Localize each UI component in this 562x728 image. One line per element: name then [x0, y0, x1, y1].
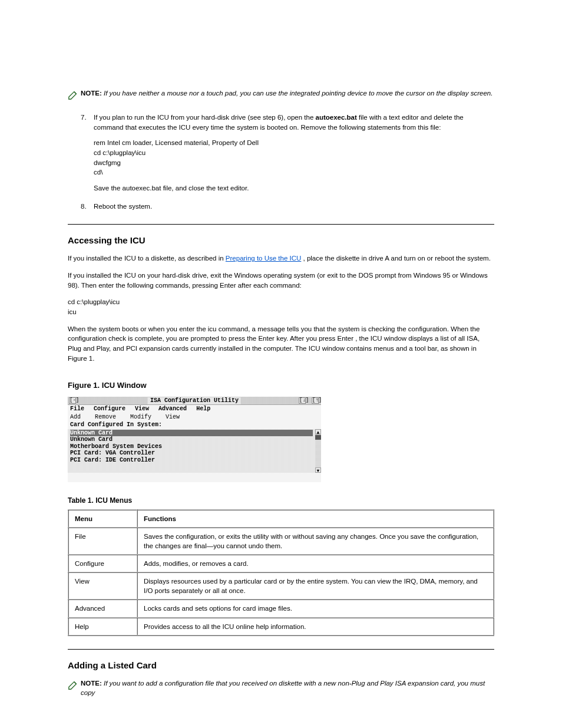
window-arrow-down-icon[interactable]: [↓] — [299, 397, 306, 404]
code-line: cd c:\plugplay\icu — [94, 148, 494, 158]
menu-file[interactable]: File — [70, 406, 84, 412]
td-menu: Advanced — [68, 599, 137, 617]
table-header-row: Menu Functions — [68, 510, 494, 528]
list-item[interactable]: PCI Card: VGA Controller — [70, 450, 321, 457]
heading-adding: Adding a Listed Card — [68, 660, 494, 670]
accessing-p1: If you installed the ICU to a diskette, … — [68, 253, 494, 263]
td-menu: View — [68, 572, 137, 599]
td-func: Adds, modifies, or removes a card. — [137, 555, 494, 572]
figure-caption: Figure 1. ICU Window — [68, 381, 494, 390]
tui-listbox[interactable]: Unknown Card Unknown Card Motherboard Sy… — [68, 429, 321, 473]
list-item[interactable]: Unknown Card — [70, 436, 321, 443]
list-item[interactable]: PCI Card: IDE Controller — [70, 457, 321, 464]
step-number: 8. — [81, 202, 94, 212]
note-body: If you have neither a mouse nor a touch … — [104, 90, 492, 97]
code-line: cd\ — [94, 167, 494, 177]
p3-cmd: icu — [208, 325, 217, 332]
accessing-cmds: cd c:\plugplay\icu icu — [68, 297, 494, 317]
code-line: dwcfgmg — [94, 158, 494, 168]
note-label: NOTE: — [81, 680, 102, 687]
step-7: 7. If you plan to run the ICU from your … — [81, 113, 494, 193]
divider — [68, 224, 494, 225]
step7-after: Save the autoexec.bat file, and close th… — [94, 183, 494, 193]
list-item[interactable]: Motherboard System Devices — [70, 443, 321, 450]
p3-pre: When the system boots or when you enter … — [68, 325, 208, 332]
link-preparing-icu[interactable]: Preparing to Use the ICU — [226, 255, 301, 262]
table-row: Help Provides access to all the ICU onli… — [68, 618, 494, 635]
cmd-line: cd c:\plugplay\icu — [68, 298, 120, 305]
cmd-line: icu — [68, 308, 77, 315]
note-text: NOTE: If you have neither a mouse nor a … — [81, 88, 492, 98]
scroll-up-icon[interactable]: ▲ — [315, 429, 321, 434]
tui-statusbar — [68, 473, 321, 482]
step-body: If you plan to run the ICU from your har… — [94, 113, 494, 193]
divider — [68, 649, 494, 650]
table-row: Advanced Locks cards and sets options fo… — [68, 599, 494, 617]
tui-titlebar: [-] ISA Configuration Utility [↓] [↑] — [68, 397, 321, 405]
step7-tail: Remove the following statements from thi… — [301, 124, 441, 131]
th-menu: Menu — [68, 510, 137, 528]
td-menu: Help — [68, 618, 137, 635]
tui-scrollbar[interactable]: ▲ ▼ — [315, 429, 321, 473]
step-number: 7. — [81, 113, 94, 193]
tool-add[interactable]: Add — [70, 414, 81, 420]
note-block-adding: NOTE: If you want to add a configuration… — [68, 678, 494, 697]
heading-accessing: Accessing the ICU — [68, 235, 494, 245]
p1-post: , place the diskette in drive A and turn… — [303, 255, 491, 262]
td-menu: Configure — [68, 555, 137, 572]
td-func: Saves the configuration, or exits the ut… — [137, 528, 494, 555]
step7-file: autoexec.bat — [316, 114, 357, 121]
step-8: 8. Reboot the system. — [81, 202, 494, 212]
window-title: ISA Configuration Utility — [148, 397, 241, 404]
tui-menubar: File Configure View Advanced Help — [68, 405, 321, 413]
note-label: NOTE: — [81, 90, 102, 97]
menu-advanced[interactable]: Advanced — [158, 406, 187, 412]
accessing-p2: If you installed the ICU on your hard-di… — [68, 271, 494, 290]
icu-menus-table: Menu Functions File Saves the configurat… — [68, 509, 494, 636]
menu-help[interactable]: Help — [196, 406, 210, 412]
table-caption: Table 1. ICU Menus — [68, 496, 494, 505]
window-arrow-up-icon[interactable]: [↑] — [312, 397, 319, 404]
step7-lead: If you plan to run the ICU from your har… — [94, 114, 313, 121]
tui-section-label: Card Configured In System: — [68, 421, 321, 429]
td-func: Provides access to all the ICU online he… — [137, 618, 494, 635]
td-func: Displays resources used by a particular … — [137, 572, 494, 599]
step7-code: rem Intel cm loader, Licensed material, … — [94, 138, 494, 177]
tool-remove[interactable]: Remove — [95, 414, 116, 420]
note-pencil-icon — [68, 90, 81, 102]
window-size-boxes: [↓] [↑] — [297, 397, 320, 404]
step-body: Reboot the system. — [94, 202, 494, 212]
figure-icu-window: [-] ISA Configuration Utility [↓] [↑] Fi… — [68, 397, 494, 482]
tool-modify[interactable]: Modify — [130, 414, 151, 420]
table-row: Configure Adds, modifies, or removes a c… — [68, 555, 494, 572]
menu-configure[interactable]: Configure — [94, 406, 125, 412]
p3-enter: Enter — [337, 335, 353, 342]
scroll-down-icon[interactable]: ▼ — [315, 467, 321, 473]
tool-view[interactable]: View — [166, 414, 180, 420]
tui-toolbar: Add Remove Modify View — [68, 413, 321, 421]
code-line: rem Intel cm loader, Licensed material, … — [94, 138, 494, 148]
note-text: NOTE: If you want to add a configuration… — [81, 678, 494, 697]
p1-pre: If you installed the ICU to a diskette, … — [68, 255, 226, 262]
note-body: If you want to add a configuration file … — [81, 680, 485, 696]
list-item-selected[interactable]: Unknown Card — [70, 430, 313, 437]
td-menu: File — [68, 528, 137, 555]
note-pencil-icon — [68, 680, 81, 692]
note-block: NOTE: If you have neither a mouse nor a … — [68, 88, 494, 102]
menu-view[interactable]: View — [135, 406, 149, 412]
tui-window: [-] ISA Configuration Utility [↓] [↑] Fi… — [68, 397, 321, 482]
scroll-thumb[interactable] — [315, 435, 321, 440]
table-row: File Saves the configuration, or exits t… — [68, 528, 494, 555]
td-func: Locks cards and sets options for card im… — [137, 599, 494, 617]
accessing-p3: When the system boots or when you enter … — [68, 324, 494, 364]
th-functions: Functions — [137, 510, 494, 528]
window-close-box[interactable]: [-] — [69, 397, 76, 404]
page: NOTE: If you have neither a mouse nor a … — [0, 0, 562, 728]
table-row: View Displays resources used by a partic… — [68, 572, 494, 599]
